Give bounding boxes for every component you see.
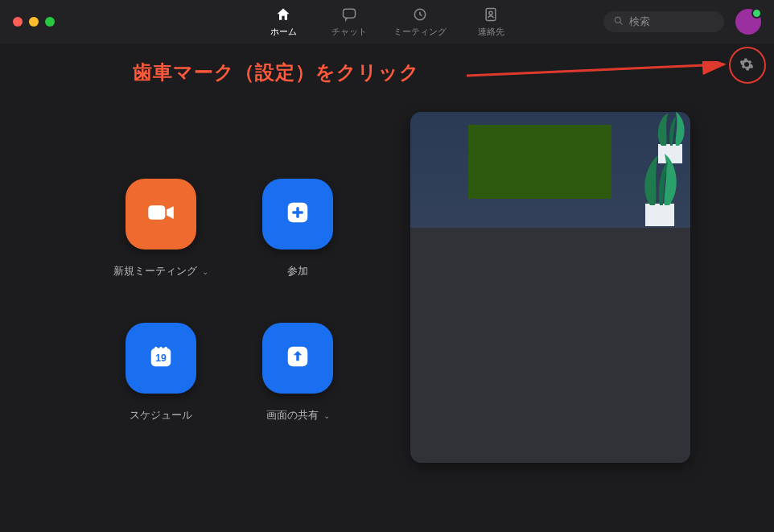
plus-icon	[281, 196, 315, 233]
new-meeting-tile	[126, 179, 196, 250]
tab-home-label: ホーム	[270, 26, 297, 38]
panel-body	[410, 228, 690, 463]
svg-point-12	[159, 347, 163, 350]
info-panel	[410, 112, 690, 463]
search-icon	[613, 15, 624, 29]
hero-placeholder	[468, 125, 611, 199]
minimize-window-button[interactable]	[29, 17, 39, 27]
join-button[interactable]: 参加	[241, 179, 354, 278]
schedule-label: スケジュール	[130, 408, 192, 423]
schedule-button[interactable]: 19 スケジュール	[105, 323, 217, 423]
nav-tabs: ホーム チャット ミーティング 連絡先	[261, 0, 513, 43]
annotation-arrow	[467, 61, 740, 93]
schedule-tile: 19	[126, 323, 196, 394]
join-label: 参加	[287, 264, 308, 278]
clock-icon	[412, 6, 428, 24]
share-screen-label: 画面の共有	[266, 408, 319, 423]
tab-chat-label: チャット	[331, 26, 367, 38]
tab-contacts[interactable]: 連絡先	[469, 6, 513, 38]
tab-contacts-label: 連絡先	[478, 26, 504, 38]
maximize-window-button[interactable]	[45, 17, 55, 27]
svg-rect-6	[148, 205, 165, 220]
close-window-button[interactable]	[13, 17, 23, 27]
svg-point-4	[615, 17, 620, 23]
chat-icon	[341, 6, 357, 24]
panel-hero-image	[410, 112, 690, 228]
video-icon	[144, 196, 178, 233]
svg-text:19: 19	[155, 353, 167, 364]
svg-point-3	[489, 11, 492, 14]
search-input[interactable]: 検索	[603, 11, 724, 32]
new-meeting-button[interactable]: 新規ミーティング ⌄	[105, 179, 217, 278]
content-area: 歯車マーク（設定）をクリック 新規ミーティング ⌄	[0, 43, 774, 532]
search-placeholder: 検索	[629, 14, 650, 29]
new-meeting-label: 新規ミーティング	[113, 264, 197, 278]
svg-line-5	[467, 64, 724, 76]
share-screen-tile	[262, 323, 333, 394]
join-tile	[262, 179, 333, 250]
svg-point-13	[164, 347, 167, 350]
arrow-up-icon	[281, 340, 315, 377]
chevron-down-icon[interactable]: ⌄	[202, 267, 208, 276]
tab-home[interactable]: ホーム	[261, 6, 305, 38]
svg-point-11	[154, 347, 158, 350]
svg-rect-0	[344, 9, 356, 18]
tab-meetings-label: ミーティング	[393, 26, 447, 38]
calendar-icon: 19	[144, 340, 178, 377]
gear-icon	[739, 57, 754, 75]
settings-button[interactable]	[735, 55, 758, 77]
plant-decoration-icon	[629, 151, 687, 228]
tab-meetings[interactable]: ミーティング	[393, 6, 447, 38]
titlebar-right: 検索	[603, 9, 761, 35]
home-icon	[275, 6, 291, 24]
share-screen-button[interactable]: 画面の共有 ⌄	[241, 323, 354, 423]
chevron-down-icon[interactable]: ⌄	[323, 411, 330, 420]
window-controls	[13, 17, 55, 27]
avatar[interactable]	[735, 9, 761, 35]
contacts-icon	[483, 6, 499, 24]
svg-rect-17	[645, 204, 674, 226]
titlebar: ホーム チャット ミーティング 連絡先 検索	[0, 0, 774, 43]
tab-chat[interactable]: チャット	[327, 6, 371, 38]
action-grid: 新規ミーティング ⌄ 参加 19	[105, 179, 354, 423]
svg-rect-9	[292, 211, 303, 214]
annotation-text: 歯車マーク（設定）をクリック	[133, 60, 420, 85]
